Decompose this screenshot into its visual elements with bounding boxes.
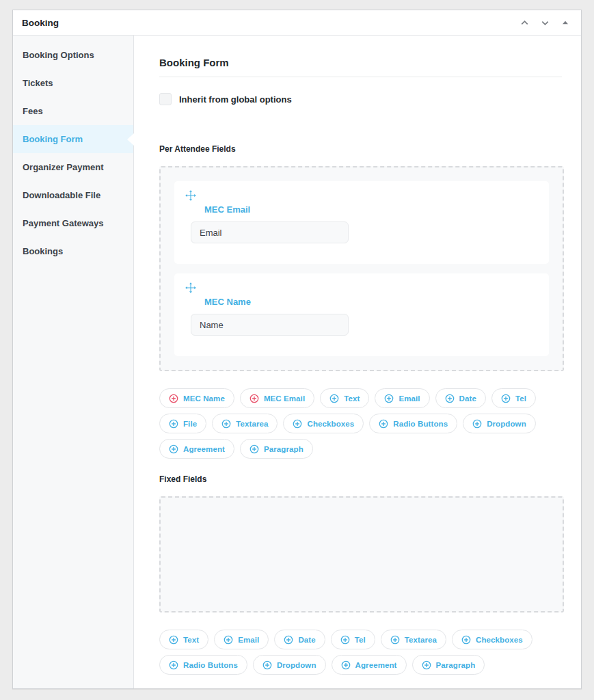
add-field-button[interactable]: Radio Buttons	[369, 414, 457, 433]
plus-circle-icon	[384, 394, 394, 403]
move-down-icon[interactable]	[536, 14, 554, 31]
inherit-global-checkbox[interactable]	[159, 93, 172, 105]
plus-circle-icon	[329, 394, 339, 403]
fixed-fields-dropzone[interactable]	[159, 496, 564, 612]
inherit-global-row: Inherit from global options	[159, 93, 562, 105]
sidebar-item-label: Fees	[23, 106, 43, 116]
fixed-add-buttons: Text Email	[159, 630, 579, 675]
sidebar-item-label: Payment Gateways	[23, 218, 104, 228]
admin-page-background: Booking Booking Options	[0, 0, 594, 700]
plus-circle-icon	[341, 660, 351, 670]
sidebar-item[interactable]: Organizer Payment	[13, 153, 133, 181]
plus-circle-icon	[221, 419, 231, 429]
booking-form-panel: Booking Form Inherit from global options…	[134, 36, 581, 688]
add-field-button-label: Textarea	[236, 420, 268, 428]
sidebar-item[interactable]: Tickets	[13, 69, 133, 97]
add-field-button[interactable]: Checkboxes	[452, 630, 532, 649]
add-field-button-label: MEC Email	[264, 394, 305, 403]
form-field-label: MEC Name	[204, 297, 537, 307]
per-attendee-add-buttons: MEC Name MEC Email	[159, 388, 579, 459]
sidebar-item[interactable]: Payment Gateways	[13, 209, 133, 237]
add-field-button[interactable]: MEC Email	[240, 388, 314, 408]
plus-circle-icon	[249, 444, 259, 454]
add-field-button-label: Email	[238, 636, 259, 644]
plus-circle-icon	[293, 419, 302, 429]
plus-circle-icon	[169, 660, 178, 670]
add-field-button-label: Agreement	[355, 661, 397, 669]
add-field-button[interactable]: Paragraph	[412, 655, 485, 675]
add-field-button[interactable]: Radio Buttons	[159, 655, 247, 675]
add-field-button[interactable]: Dropdown	[463, 414, 536, 433]
plus-circle-icon	[249, 394, 259, 403]
plus-circle-icon	[262, 660, 272, 670]
add-field-button[interactable]: Checkboxes	[283, 414, 364, 433]
sidebar-item-label: Booking Options	[23, 50, 94, 60]
metabox-header-actions	[515, 14, 574, 31]
sidebar-item[interactable]: Downloadable File	[13, 181, 133, 209]
plus-circle-icon	[379, 419, 388, 429]
plus-circle-icon	[169, 419, 178, 429]
add-field-button[interactable]: Textarea	[212, 414, 278, 433]
form-field-placeholder-input[interactable]	[191, 314, 349, 336]
per-attendee-fields-label: Per Attendee Fields	[159, 144, 562, 154]
add-field-button-label: Dropdown	[277, 661, 316, 669]
plus-circle-icon	[224, 635, 233, 645]
add-field-button[interactable]: Tel	[331, 630, 375, 649]
sidebar-item-label: Downloadable File	[23, 190, 100, 200]
add-field-button-label: MEC Name	[183, 394, 225, 403]
metabox-title: Booking	[22, 18, 59, 28]
add-field-button-label: Paragraph	[436, 661, 476, 669]
metabox-body: Booking Options Tickets Fees Booking For…	[13, 36, 581, 688]
plus-circle-icon	[472, 419, 482, 429]
add-field-button-label: Textarea	[405, 636, 437, 644]
add-field-button[interactable]: Paragraph	[240, 439, 313, 459]
add-field-button-label: Date	[459, 394, 476, 403]
add-field-button[interactable]: Text	[159, 630, 208, 649]
move-icon[interactable]	[185, 190, 196, 201]
add-field-button[interactable]: Dropdown	[253, 655, 326, 675]
metabox-header: Booking	[13, 10, 581, 36]
form-field-card: MEC Email	[174, 181, 549, 264]
add-field-button[interactable]: Email	[214, 630, 269, 649]
add-field-button[interactable]: Text	[320, 388, 369, 408]
add-field-button[interactable]: Date	[435, 388, 486, 408]
plus-circle-icon	[445, 394, 455, 403]
add-field-button[interactable]: Date	[274, 630, 325, 649]
sidebar-item-label: Tickets	[23, 78, 53, 88]
title-divider	[159, 77, 562, 77]
collapse-toggle-icon[interactable]	[556, 14, 574, 31]
plus-circle-icon	[461, 635, 471, 645]
per-attendee-fields-dropzone[interactable]: MEC Email MEC Name	[159, 166, 564, 371]
sidebar-item-label: Organizer Payment	[23, 162, 104, 172]
add-field-button[interactable]: Agreement	[159, 439, 234, 459]
add-field-button[interactable]: Agreement	[332, 655, 407, 675]
sidebar-item[interactable]: Booking Form	[13, 125, 133, 153]
form-field-placeholder-input[interactable]	[191, 221, 349, 243]
sidebar-item-label: Bookings	[23, 246, 63, 256]
add-field-button-label: Tel	[355, 636, 366, 644]
move-icon[interactable]	[185, 282, 196, 293]
add-field-button-label: Dropdown	[487, 420, 526, 428]
sidebar-item[interactable]: Booking Options	[13, 41, 133, 69]
plus-circle-icon	[422, 660, 431, 670]
add-field-button-label: Radio Buttons	[183, 661, 238, 669]
add-field-button[interactable]: MEC Name	[159, 388, 234, 408]
plus-circle-icon	[169, 394, 178, 403]
add-field-button[interactable]: Tel	[491, 388, 536, 408]
sidebar-item[interactable]: Fees	[13, 97, 133, 125]
sidebar-item-label: Booking Form	[23, 134, 83, 144]
add-field-button-label: Tel	[515, 394, 526, 403]
add-field-button-label: Email	[399, 394, 420, 403]
plus-circle-icon	[501, 394, 511, 403]
add-field-button[interactable]: File	[159, 414, 206, 433]
add-field-button[interactable]: Email	[375, 388, 429, 408]
sidebar-item[interactable]: Bookings	[13, 237, 133, 265]
add-field-button-label: Radio Buttons	[393, 420, 448, 428]
add-field-button[interactable]: Textarea	[381, 630, 446, 649]
move-up-icon[interactable]	[515, 14, 533, 31]
plus-circle-icon	[169, 635, 178, 645]
add-field-button-label: File	[183, 420, 197, 428]
plus-circle-icon	[390, 635, 400, 645]
form-field-label: MEC Email	[204, 204, 537, 215]
add-field-button-label: Agreement	[183, 445, 225, 453]
